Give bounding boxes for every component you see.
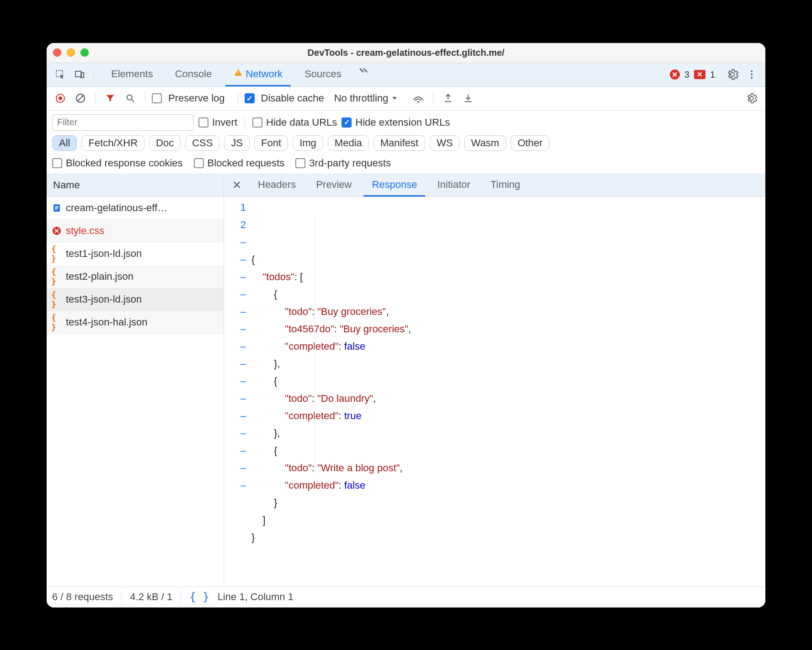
chip-ws[interactable]: WS xyxy=(430,135,459,151)
disable-cache-checkbox[interactable] xyxy=(245,93,255,103)
tab-headers[interactable]: Headers xyxy=(250,174,304,197)
close-detail-icon[interactable]: ✕ xyxy=(228,179,246,192)
more-tabs-icon[interactable] xyxy=(355,63,374,80)
svg-point-5 xyxy=(751,70,753,72)
filter-row: Invert Hide data URLs Hide extension URL… xyxy=(47,111,765,133)
request-row[interactable]: cream-gelatinous-eff… xyxy=(47,197,224,220)
status-bar: 6 / 8 requests 4.2 kB / 1 { } Line 1, Co… xyxy=(47,586,765,607)
network-toolbar: Preserve log Disable cache No throttling xyxy=(47,87,765,111)
preserve-log-checkbox[interactable] xyxy=(152,93,162,103)
request-row[interactable]: { }test3-json-ld.json xyxy=(47,288,224,311)
tab-console[interactable]: Console xyxy=(167,63,220,86)
svg-rect-16 xyxy=(55,206,59,207)
tab-network[interactable]: Network xyxy=(225,63,291,86)
tab-preview[interactable]: Preview xyxy=(308,174,360,197)
chip-doc[interactable]: Doc xyxy=(149,135,181,151)
request-name: cream-gelatinous-eff… xyxy=(66,202,167,214)
devtools-window: DevTools - cream-gelatinous-effect.glitc… xyxy=(47,43,765,607)
settings-gear-icon[interactable] xyxy=(724,66,741,83)
svg-point-9 xyxy=(59,96,62,100)
request-row[interactable]: { }test4-json-hal.json xyxy=(47,311,224,334)
tab-response[interactable]: Response xyxy=(363,174,425,197)
third-party-checkbox[interactable] xyxy=(295,158,305,168)
tab-initiator[interactable]: Initiator xyxy=(429,174,478,197)
chip-other[interactable]: Other xyxy=(511,135,550,151)
chip-media[interactable]: Media xyxy=(328,135,369,151)
type-filter-row: All Fetch/XHR Doc CSS JS Font Img Media … xyxy=(47,133,765,155)
code-lines: { "todos": [ { "todo": "Buy groceries", … xyxy=(251,199,765,586)
tab-elements[interactable]: Elements xyxy=(103,63,161,86)
filter-input[interactable] xyxy=(52,114,194,131)
hide-ext-urls-label: Hide extension URLs xyxy=(355,117,450,128)
request-row[interactable]: { }test1-json-ld.json xyxy=(47,243,224,266)
device-toolbar-icon[interactable] xyxy=(71,66,88,83)
extra-filter-row: Blocked response cookies Blocked request… xyxy=(47,155,765,174)
request-row[interactable]: style.css xyxy=(47,220,224,243)
document-icon xyxy=(51,202,62,213)
status-size: 4.2 kB / 1 xyxy=(130,591,172,603)
network-conditions-icon[interactable] xyxy=(410,90,427,107)
clear-button[interactable] xyxy=(72,90,89,107)
svg-line-13 xyxy=(132,100,134,102)
request-name: style.css xyxy=(66,225,104,237)
zoom-window-button[interactable] xyxy=(80,48,89,57)
preserve-log-label: Preserve log xyxy=(168,92,225,104)
detail-tab-bar: ✕ Headers Preview Response Initiator Tim… xyxy=(224,174,765,197)
svg-rect-2 xyxy=(81,73,84,78)
search-icon[interactable] xyxy=(122,90,139,107)
kebab-menu-icon[interactable] xyxy=(743,66,760,83)
chip-manifest[interactable]: Manifest xyxy=(374,135,425,151)
invert-label: Invert xyxy=(212,117,237,128)
svg-line-11 xyxy=(78,96,83,101)
pretty-print-icon[interactable]: { } xyxy=(189,591,209,603)
filter-icon[interactable] xyxy=(102,90,118,107)
hide-ext-urls-checkbox[interactable] xyxy=(342,117,352,128)
blocked-cookies-checkbox[interactable] xyxy=(52,158,62,168)
blocked-cookies-label: Blocked response cookies xyxy=(66,157,183,169)
chip-img[interactable]: Img xyxy=(293,135,323,151)
request-list-panel: Name cream-gelatinous-eff…style.css{ }te… xyxy=(47,174,224,586)
request-name: test4-json-hal.json xyxy=(66,316,148,328)
issue-count: 1 xyxy=(710,69,715,80)
window-title: DevTools - cream-gelatinous-effect.glitc… xyxy=(308,48,505,58)
tab-sources[interactable]: Sources xyxy=(296,63,350,86)
download-har-icon[interactable] xyxy=(460,90,476,107)
request-name: test3-json-ld.json xyxy=(66,293,142,305)
detail-panel: ✕ Headers Preview Response Initiator Tim… xyxy=(224,174,765,586)
svg-point-6 xyxy=(751,74,753,75)
response-body[interactable]: 12––––––––––––––– { "todos": [ { "todo":… xyxy=(224,197,765,586)
throttling-select[interactable]: No throttling xyxy=(334,92,399,104)
traffic-lights xyxy=(53,48,89,57)
svg-point-7 xyxy=(751,77,753,79)
chip-fetch-xhr[interactable]: Fetch/XHR xyxy=(81,135,144,151)
status-requests: 6 / 8 requests xyxy=(52,591,113,603)
record-button[interactable] xyxy=(52,90,69,107)
third-party-label: 3rd-party requests xyxy=(309,157,391,169)
status-cursor: Line 1, Column 1 xyxy=(218,591,294,603)
upload-har-icon[interactable] xyxy=(440,90,456,107)
network-settings-gear-icon[interactable] xyxy=(743,90,760,107)
svg-rect-18 xyxy=(55,209,57,210)
inspect-element-icon[interactable] xyxy=(52,66,69,83)
request-row[interactable]: { }test2-plain.json xyxy=(47,266,224,288)
line-gutter: 12––––––––––––––– xyxy=(224,199,251,586)
json-icon: { } xyxy=(51,317,62,328)
request-name: test1-json-ld.json xyxy=(66,248,142,260)
tab-timing[interactable]: Timing xyxy=(482,174,529,197)
hide-data-urls-checkbox[interactable] xyxy=(252,117,262,128)
chip-font[interactable]: Font xyxy=(254,135,288,151)
chip-wasm[interactable]: Wasm xyxy=(464,135,506,151)
error-box-icon: ✕ xyxy=(694,70,705,79)
invert-checkbox[interactable] xyxy=(198,117,208,128)
json-icon: { } xyxy=(51,248,62,259)
name-column-header[interactable]: Name xyxy=(47,174,224,197)
close-window-button[interactable] xyxy=(53,48,61,57)
chip-js[interactable]: JS xyxy=(224,135,250,151)
chip-all[interactable]: All xyxy=(52,135,77,151)
blocked-requests-checkbox[interactable] xyxy=(194,158,204,168)
minimize-window-button[interactable] xyxy=(67,48,75,57)
error-indicators[interactable]: ✕ 3 ✕ 1 xyxy=(670,69,715,80)
svg-point-14 xyxy=(417,101,419,103)
svg-rect-17 xyxy=(55,208,59,208)
chip-css[interactable]: CSS xyxy=(185,135,219,151)
